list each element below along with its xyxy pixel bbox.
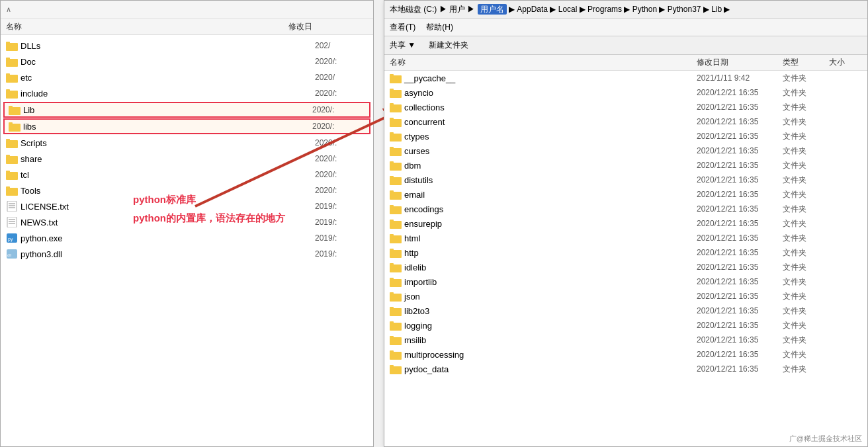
exe-file-icon: py [6,233,18,243]
list-item[interactable]: pydoc_data2020/12/21 16:35文件夹 [384,362,867,376]
list-item[interactable]: dll python3.dll 2019/: [1,246,373,262]
file-date: 2020/: [315,57,368,66]
svg-rect-2 [6,42,10,44]
file-name: ctypes [404,132,697,142]
file-date: 2020/: [315,154,368,163]
file-date: 2020/12/21 16:35 [697,263,783,272]
folder-icon [390,116,402,127]
folder-icon [390,218,402,229]
list-item[interactable]: logging2020/12/21 16:35文件夹 [384,318,867,333]
file-date: 2021/1/11 9:42 [697,73,783,83]
left-panel-header: ∧ [1,1,373,19]
right-col-name-header: 名称 [390,57,697,68]
folder-icon [390,364,402,374]
new-folder-button[interactable]: 新建文件夹 [429,40,468,51]
svg-rect-50 [390,176,394,178]
folder-icon [390,204,402,214]
file-name: asyncio [404,88,697,98]
right-menu-bar: 查看(T) 帮助(H) [384,19,867,36]
breadcrumb-bar: 本地磁盘 (C:) ▶ 用户 ▶ 用户名 ▶ AppData ▶ Local ▶… [384,1,867,19]
list-item[interactable]: encodings2020/12/21 16:35文件夹 [384,202,867,216]
svg-rect-14 [6,139,10,141]
menu-view[interactable]: 查看(T) [390,22,415,33]
list-item[interactable]: __pycache__2021/1/11 9:42文件夹 [384,71,867,85]
file-type: 文件夹 [783,305,829,317]
list-item-lib[interactable]: Lib 2020/: [3,102,370,118]
svg-rect-70 [390,321,394,323]
svg-rect-48 [390,161,394,163]
folder-icon [9,104,21,115]
list-item[interactable]: html2020/12/21 16:35文件夹 [384,231,867,245]
file-name: msilib [404,335,697,345]
folder-icon [390,276,402,287]
list-item[interactable]: ctypes2020/12/21 16:35文件夹 [384,129,867,143]
left-col-date: 修改日 [288,21,368,32]
svg-rect-76 [390,365,394,367]
share-button[interactable]: 共享 ▼ [390,40,415,51]
file-date: 2020/12/21 16:35 [697,248,783,257]
list-item[interactable]: multiprocessing2020/12/21 16:35文件夹 [384,347,867,362]
list-item[interactable]: collections2020/12/21 16:35文件夹 [384,100,867,114]
list-item[interactable]: json2020/12/21 16:35文件夹 [384,289,867,304]
file-date: 2020/12/21 16:35 [697,219,783,228]
file-date: 2019/: [315,233,368,243]
file-name: lib2to3 [404,306,697,316]
folder-icon [390,73,402,83]
folder-icon [6,185,18,196]
list-item[interactable]: tcl 2020/: [1,167,373,183]
list-item[interactable]: msilib2020/12/21 16:35文件夹 [384,333,867,347]
left-column-headers: 名称 修改日 [1,19,373,35]
svg-rect-16 [6,155,10,157]
svg-rect-63 [390,279,402,287]
watermark: 广@稀土掘金技术社区 [789,434,862,444]
list-item[interactable]: lib2to32020/12/21 16:35文件夹 [384,304,867,318]
list-item[interactable]: etc 2020/ [1,69,373,85]
file-name: idlelib [404,263,697,272]
right-col-type-header: 类型 [783,57,829,68]
svg-rect-19 [6,188,18,196]
svg-rect-42 [390,118,394,120]
left-explorer-panel: ∧ 名称 修改日 DLLs 202/ Doc 2020/: etc [0,0,374,447]
list-item[interactable]: email2020/12/21 16:35文件夹 [384,187,867,202]
folder-icon [390,145,402,156]
file-date: 2020/12/21 16:35 [697,161,783,170]
svg-rect-66 [390,292,394,294]
list-item[interactable]: concurrent2020/12/21 16:35文件夹 [384,114,867,129]
list-item[interactable]: Scripts 2020/: [1,135,373,151]
list-item-libs[interactable]: libs 2020/: [3,118,370,134]
file-date: 2020/12/21 16:35 [697,350,783,359]
list-item[interactable]: idlelib2020/12/21 16:35文件夹 [384,260,867,274]
menu-help[interactable]: 帮助(H) [426,22,453,33]
list-item[interactable]: share 2020/: [1,151,373,167]
folder-icon [390,131,402,142]
file-name: pydoc_data [404,364,697,374]
folder-icon [9,121,21,132]
file-name: email [404,190,697,200]
list-item[interactable]: dbm2020/12/21 16:35文件夹 [384,158,867,173]
folder-icon [390,233,402,243]
file-type: 文件夹 [783,175,829,186]
list-item[interactable]: ensurepip2020/12/21 16:35文件夹 [384,216,867,231]
list-item[interactable]: py python.exe 2019/: [1,230,373,246]
file-type: 文件夹 [783,102,829,113]
list-item[interactable]: http2020/12/21 16:35文件夹 [384,245,867,260]
svg-rect-62 [390,263,394,265]
list-item[interactable]: DLLs 202/ [1,38,373,54]
list-item[interactable]: include 2020/: [1,85,373,101]
list-item[interactable]: curses2020/12/21 16:35文件夹 [384,143,867,158]
svg-rect-18 [6,171,10,173]
list-item[interactable]: importlib2020/12/21 16:35文件夹 [384,274,867,289]
svg-rect-56 [390,220,394,222]
file-date: 2020/: [312,122,365,131]
file-name: etc [21,73,315,83]
file-name: dbm [404,161,697,171]
right-explorer-panel: 本地磁盘 (C:) ▶ 用户 ▶ 用户名 ▶ AppData ▶ Local ▶… [384,0,868,447]
file-name: curses [404,146,697,156]
file-name: share [21,154,315,164]
list-item[interactable]: distutils2020/12/21 16:35文件夹 [384,173,867,187]
svg-rect-43 [390,134,402,142]
svg-rect-47 [390,163,402,171]
list-item[interactable]: Doc 2020/: [1,54,373,69]
list-item[interactable]: asyncio2020/12/21 16:35文件夹 [384,85,867,100]
svg-rect-17 [6,172,18,180]
